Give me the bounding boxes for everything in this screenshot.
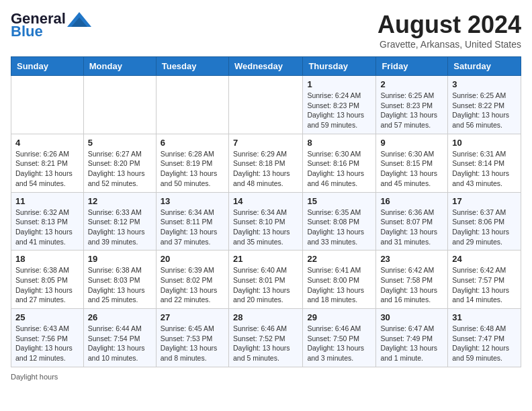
day-cell: 14Sunrise: 6:34 AM Sunset: 8:10 PM Dayli… (228, 192, 302, 250)
week-row-4: 18Sunrise: 6:38 AM Sunset: 8:05 PM Dayli… (11, 250, 521, 309)
day-info: Sunrise: 6:25 AM Sunset: 8:22 PM Dayligh… (452, 91, 517, 130)
day-number: 23 (380, 254, 443, 264)
day-info: Sunrise: 6:46 AM Sunset: 7:50 PM Dayligh… (307, 324, 371, 363)
day-cell: 13Sunrise: 6:34 AM Sunset: 8:11 PM Dayli… (156, 192, 228, 250)
week-row-3: 11Sunrise: 6:32 AM Sunset: 8:13 PM Dayli… (11, 192, 521, 250)
day-header-tuesday: Tuesday (156, 57, 228, 76)
day-cell: 25Sunrise: 6:43 AM Sunset: 7:56 PM Dayli… (11, 309, 84, 367)
day-number: 4 (15, 138, 79, 148)
day-cell (83, 76, 156, 134)
day-number: 31 (452, 312, 517, 322)
day-info: Sunrise: 6:48 AM Sunset: 7:47 PM Dayligh… (452, 324, 517, 363)
day-info: Sunrise: 6:30 AM Sunset: 8:16 PM Dayligh… (307, 149, 371, 189)
week-row-2: 4Sunrise: 6:26 AM Sunset: 8:21 PM Daylig… (11, 134, 521, 192)
day-header-monday: Monday (83, 57, 156, 76)
day-cell: 15Sunrise: 6:35 AM Sunset: 8:08 PM Dayli… (303, 192, 376, 250)
day-info: Sunrise: 6:30 AM Sunset: 8:15 PM Dayligh… (380, 149, 443, 189)
day-number: 17 (452, 196, 517, 206)
day-cell: 6Sunrise: 6:28 AM Sunset: 8:19 PM Daylig… (156, 134, 228, 192)
day-info: Sunrise: 6:42 AM Sunset: 7:57 PM Dayligh… (452, 265, 517, 305)
logo: General Blue (11, 11, 91, 39)
day-header-sunday: Sunday (11, 57, 84, 76)
day-number: 9 (380, 138, 443, 148)
day-cell: 2Sunrise: 6:25 AM Sunset: 8:23 PM Daylig… (376, 76, 448, 134)
day-number: 13 (161, 196, 224, 206)
day-number: 21 (233, 254, 298, 264)
location-title: Gravette, Arkansas, United States (378, 39, 521, 50)
day-cell (11, 76, 84, 134)
day-info: Sunrise: 6:43 AM Sunset: 7:56 PM Dayligh… (15, 324, 79, 363)
day-info: Sunrise: 6:28 AM Sunset: 8:19 PM Dayligh… (161, 149, 224, 189)
day-cell: 18Sunrise: 6:38 AM Sunset: 8:05 PM Dayli… (11, 250, 84, 309)
day-number: 12 (88, 196, 152, 206)
day-cell: 29Sunrise: 6:46 AM Sunset: 7:50 PM Dayli… (303, 309, 376, 367)
day-number: 26 (88, 312, 152, 322)
day-cell: 1Sunrise: 6:24 AM Sunset: 8:23 PM Daylig… (303, 76, 376, 134)
week-row-5: 25Sunrise: 6:43 AM Sunset: 7:56 PM Dayli… (11, 309, 521, 367)
day-number: 16 (380, 196, 443, 206)
footer-note: Daylight hours (11, 373, 521, 381)
day-number: 2 (380, 79, 443, 89)
day-info: Sunrise: 6:38 AM Sunset: 8:03 PM Dayligh… (88, 265, 152, 305)
day-info: Sunrise: 6:25 AM Sunset: 8:23 PM Dayligh… (380, 91, 443, 130)
day-cell (228, 76, 302, 134)
calendar-table: SundayMondayTuesdayWednesdayThursdayFrid… (11, 56, 521, 367)
day-cell: 28Sunrise: 6:46 AM Sunset: 7:52 PM Dayli… (228, 309, 302, 367)
day-info: Sunrise: 6:32 AM Sunset: 8:13 PM Dayligh… (15, 208, 79, 247)
day-cell: 7Sunrise: 6:29 AM Sunset: 8:18 PM Daylig… (228, 134, 302, 192)
day-cell: 8Sunrise: 6:30 AM Sunset: 8:16 PM Daylig… (303, 134, 376, 192)
day-info: Sunrise: 6:47 AM Sunset: 7:49 PM Dayligh… (380, 324, 443, 363)
day-number: 7 (233, 138, 298, 148)
day-number: 27 (161, 312, 224, 322)
day-cell: 30Sunrise: 6:47 AM Sunset: 7:49 PM Dayli… (376, 309, 448, 367)
header-row: SundayMondayTuesdayWednesdayThursdayFrid… (11, 57, 521, 76)
day-number: 24 (452, 254, 517, 264)
day-info: Sunrise: 6:38 AM Sunset: 8:05 PM Dayligh… (15, 265, 79, 305)
day-number: 18 (15, 254, 79, 264)
day-cell: 4Sunrise: 6:26 AM Sunset: 8:21 PM Daylig… (11, 134, 84, 192)
day-number: 10 (452, 138, 517, 148)
day-number: 20 (161, 254, 224, 264)
logo-blue: Blue (11, 24, 43, 39)
day-info: Sunrise: 6:41 AM Sunset: 8:00 PM Dayligh… (307, 265, 371, 305)
day-cell: 12Sunrise: 6:33 AM Sunset: 8:12 PM Dayli… (83, 192, 156, 250)
header: General Blue August 2024 Gravette, Arkan… (11, 11, 521, 50)
day-cell: 26Sunrise: 6:44 AM Sunset: 7:54 PM Dayli… (83, 309, 156, 367)
day-cell: 24Sunrise: 6:42 AM Sunset: 7:57 PM Dayli… (448, 250, 521, 309)
day-number: 3 (452, 79, 517, 89)
day-cell: 21Sunrise: 6:40 AM Sunset: 8:01 PM Dayli… (228, 250, 302, 309)
day-info: Sunrise: 6:29 AM Sunset: 8:18 PM Dayligh… (233, 149, 298, 189)
day-info: Sunrise: 6:37 AM Sunset: 8:06 PM Dayligh… (452, 208, 517, 247)
day-cell: 11Sunrise: 6:32 AM Sunset: 8:13 PM Dayli… (11, 192, 84, 250)
day-number: 22 (307, 254, 371, 264)
day-number: 19 (88, 254, 152, 264)
day-header-thursday: Thursday (303, 57, 376, 76)
day-cell: 27Sunrise: 6:45 AM Sunset: 7:53 PM Dayli… (156, 309, 228, 367)
day-info: Sunrise: 6:44 AM Sunset: 7:54 PM Dayligh… (88, 324, 152, 363)
day-header-friday: Friday (376, 57, 448, 76)
day-info: Sunrise: 6:42 AM Sunset: 7:58 PM Dayligh… (380, 265, 443, 305)
logo-icon (67, 12, 91, 27)
day-info: Sunrise: 6:36 AM Sunset: 8:07 PM Dayligh… (380, 208, 443, 247)
day-cell: 17Sunrise: 6:37 AM Sunset: 8:06 PM Dayli… (448, 192, 521, 250)
day-cell: 16Sunrise: 6:36 AM Sunset: 8:07 PM Dayli… (376, 192, 448, 250)
day-cell: 23Sunrise: 6:42 AM Sunset: 7:58 PM Dayli… (376, 250, 448, 309)
day-number: 14 (233, 196, 298, 206)
day-header-saturday: Saturday (448, 57, 521, 76)
day-info: Sunrise: 6:31 AM Sunset: 8:14 PM Dayligh… (452, 149, 517, 189)
day-number: 1 (307, 79, 371, 89)
day-info: Sunrise: 6:35 AM Sunset: 8:08 PM Dayligh… (307, 208, 371, 247)
day-cell: 3Sunrise: 6:25 AM Sunset: 8:22 PM Daylig… (448, 76, 521, 134)
day-header-wednesday: Wednesday (228, 57, 302, 76)
day-info: Sunrise: 6:39 AM Sunset: 8:02 PM Dayligh… (161, 265, 224, 305)
title-area: August 2024 Gravette, Arkansas, United S… (378, 11, 521, 50)
day-number: 5 (88, 138, 152, 148)
day-info: Sunrise: 6:34 AM Sunset: 8:10 PM Dayligh… (233, 208, 298, 247)
day-number: 8 (307, 138, 371, 148)
day-cell: 5Sunrise: 6:27 AM Sunset: 8:20 PM Daylig… (83, 134, 156, 192)
day-cell: 22Sunrise: 6:41 AM Sunset: 8:00 PM Dayli… (303, 250, 376, 309)
day-number: 15 (307, 196, 371, 206)
day-info: Sunrise: 6:26 AM Sunset: 8:21 PM Dayligh… (15, 149, 79, 189)
day-cell: 10Sunrise: 6:31 AM Sunset: 8:14 PM Dayli… (448, 134, 521, 192)
day-info: Sunrise: 6:27 AM Sunset: 8:20 PM Dayligh… (88, 149, 152, 189)
